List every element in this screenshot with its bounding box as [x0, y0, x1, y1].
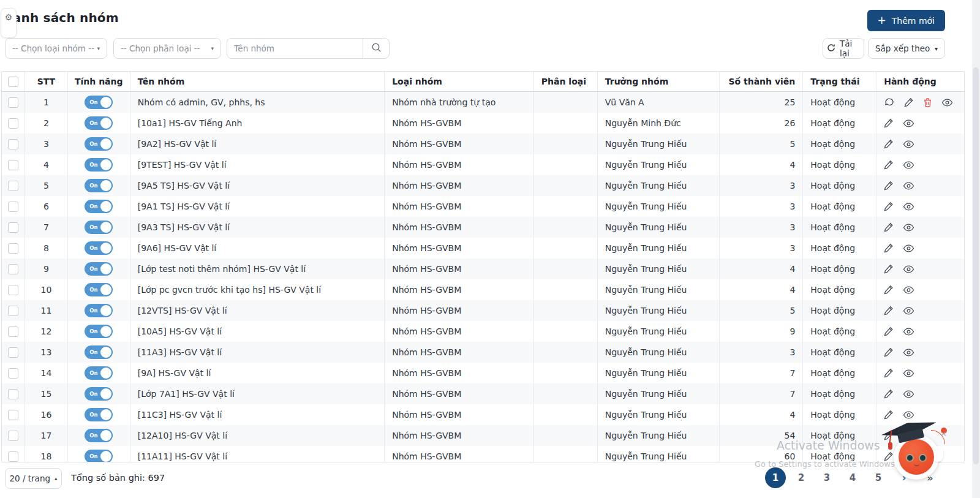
eye-icon[interactable]: [903, 181, 914, 191]
eye-icon[interactable]: [903, 327, 914, 336]
eye-icon[interactable]: [903, 306, 914, 315]
edit-icon[interactable]: [884, 118, 894, 129]
scrollbar-track[interactable]: [972, 0, 980, 498]
feature-toggle[interactable]: On: [85, 304, 113, 317]
eye-icon[interactable]: [903, 390, 914, 399]
row-leader: Nguyễn Trung Hiếu: [598, 363, 720, 383]
category-select[interactable]: -- Chọn phân loại -- ▾: [113, 38, 221, 59]
eye-icon[interactable]: [903, 265, 914, 274]
row-checkbox[interactable]: [8, 389, 18, 399]
row-checkbox[interactable]: [8, 368, 18, 379]
row-checkbox[interactable]: [8, 410, 18, 420]
row-status: Hoạt động: [803, 113, 876, 134]
edit-icon[interactable]: [884, 326, 894, 337]
feature-toggle[interactable]: On: [85, 450, 113, 462]
row-leader: Nguyễn Trung Hiếu: [598, 175, 720, 196]
feature-toggle[interactable]: On: [85, 137, 113, 151]
row-actions: [876, 175, 964, 196]
eye-icon[interactable]: [903, 369, 914, 378]
edit-icon[interactable]: [884, 264, 894, 274]
row-checkbox[interactable]: [8, 264, 18, 274]
feature-toggle[interactable]: On: [85, 158, 113, 172]
settings-fab-button[interactable]: ⚙: [1, 8, 17, 38]
page-button-3[interactable]: 3: [816, 467, 837, 488]
row-status: Hoạt động: [803, 342, 876, 363]
edit-icon[interactable]: [884, 222, 894, 233]
eye-icon[interactable]: [903, 285, 914, 295]
row-checkbox[interactable]: [8, 243, 18, 254]
add-new-button[interactable]: + Thêm mới: [867, 10, 945, 31]
row-checkbox[interactable]: [8, 347, 18, 358]
eye-icon[interactable]: [903, 223, 914, 232]
row-checkbox[interactable]: [8, 118, 18, 129]
sort-button[interactable]: Sắp xếp theo ▾: [868, 38, 945, 59]
feature-toggle[interactable]: On: [85, 366, 113, 380]
group-name-input[interactable]: [227, 43, 363, 53]
row-checkbox[interactable]: [8, 451, 18, 462]
add-new-label: Thêm mới: [892, 16, 935, 26]
row-checkbox[interactable]: [8, 181, 18, 191]
feature-toggle[interactable]: On: [85, 96, 113, 109]
edit-icon[interactable]: [884, 202, 894, 212]
row-checkbox[interactable]: [8, 222, 18, 233]
edit-icon[interactable]: [884, 389, 894, 399]
assistant-mascot-widget[interactable]: ×: [886, 414, 953, 481]
close-icon[interactable]: ×: [940, 429, 947, 438]
feature-toggle[interactable]: On: [85, 408, 113, 421]
row-checkbox[interactable]: [8, 202, 18, 212]
feature-toggle[interactable]: On: [85, 200, 113, 213]
feature-toggle[interactable]: On: [85, 345, 113, 359]
page-size-select[interactable]: 20 / trang ▴: [5, 468, 62, 489]
reload-button[interactable]: Tải lại: [823, 38, 864, 59]
select-all-checkbox[interactable]: [8, 77, 18, 87]
row-group-name: [Lớp test noti thêm nhóm] HS-GV Vật lí: [130, 258, 385, 279]
row-checkbox[interactable]: [8, 326, 18, 337]
row-group-type: Nhóm HS-GVBM: [385, 175, 534, 196]
feature-toggle[interactable]: On: [85, 429, 113, 442]
row-feature-cell: On: [68, 446, 130, 462]
trash-icon[interactable]: [923, 97, 932, 108]
row-checkbox[interactable]: [8, 306, 18, 316]
edit-icon[interactable]: [884, 181, 894, 191]
feature-toggle[interactable]: On: [85, 283, 113, 296]
row-member-count: 5: [720, 300, 803, 321]
row-checkbox[interactable]: [8, 139, 18, 149]
row-checkbox[interactable]: [8, 97, 18, 108]
edit-icon[interactable]: [884, 306, 894, 316]
chat-icon[interactable]: [884, 97, 895, 108]
feature-toggle[interactable]: On: [85, 179, 113, 192]
group-type-select[interactable]: -- Chọn loại nhóm -- ▾: [5, 38, 107, 59]
edit-icon[interactable]: [884, 243, 894, 254]
feature-toggle[interactable]: On: [85, 262, 113, 276]
feature-toggle[interactable]: On: [85, 116, 113, 130]
eye-icon[interactable]: [903, 140, 914, 149]
edit-icon[interactable]: [884, 368, 894, 379]
page-button-2[interactable]: 2: [791, 467, 812, 488]
row-leader: Nguyễn Trung Hiếu: [598, 300, 720, 321]
eye-icon[interactable]: [903, 160, 914, 170]
search-button[interactable]: [363, 39, 389, 58]
row-checkbox[interactable]: [8, 160, 18, 170]
feature-toggle[interactable]: On: [85, 241, 113, 255]
feature-toggle[interactable]: On: [85, 387, 113, 401]
row-actions: [876, 342, 964, 363]
edit-icon[interactable]: [884, 347, 894, 358]
eye-icon[interactable]: [941, 98, 953, 107]
edit-icon[interactable]: [884, 160, 894, 170]
scrollbar-thumb[interactable]: [973, 67, 979, 464]
toggle-knob: [100, 388, 111, 399]
eye-icon[interactable]: [903, 119, 914, 128]
edit-icon[interactable]: [884, 139, 894, 149]
eye-icon[interactable]: [903, 244, 914, 253]
page-button-1[interactable]: 1: [765, 467, 786, 488]
feature-toggle[interactable]: On: [85, 221, 113, 234]
group-name-search[interactable]: [227, 38, 390, 59]
edit-icon[interactable]: [884, 285, 894, 295]
row-checkbox[interactable]: [8, 431, 18, 441]
eye-icon[interactable]: [903, 202, 914, 211]
row-checkbox[interactable]: [8, 285, 18, 295]
feature-toggle[interactable]: On: [85, 325, 113, 338]
page-button-4[interactable]: 4: [842, 467, 863, 488]
edit-icon[interactable]: [904, 97, 914, 108]
eye-icon[interactable]: [903, 348, 914, 357]
